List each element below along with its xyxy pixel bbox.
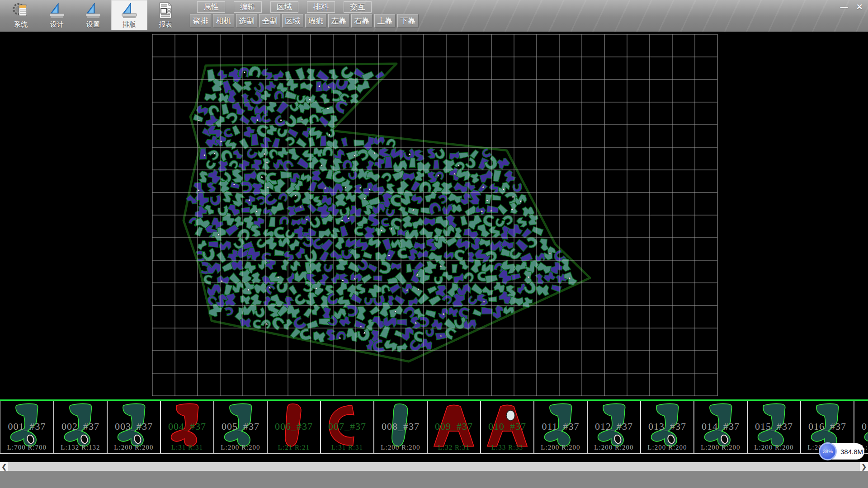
- tool-button-3[interactable]: 选割: [236, 14, 257, 28]
- piece-id: 016_#37: [801, 421, 854, 432]
- piece-thumbnail-7[interactable]: 007_#37L:31 R:31: [320, 401, 373, 453]
- piece-lr-count: L:200 R:200: [214, 444, 267, 451]
- menu-button-5[interactable]: 交互: [344, 1, 372, 13]
- piece-thumbnail-2[interactable]: 002_#37L:132 R:132: [53, 401, 107, 453]
- close-button[interactable]: ✕: [853, 1, 866, 13]
- main-tab-label: 报表: [159, 20, 172, 29]
- window-controls: — ✕: [837, 1, 866, 13]
- piece-lr-count: L:33 R:33: [481, 444, 533, 451]
- ruler-icon: [120, 1, 138, 19]
- piece-thumbnail-6[interactable]: 006_#37L:21 R:21: [267, 401, 320, 453]
- piece-lr-count: L:200 R:200: [641, 444, 693, 451]
- piece-lr-count: L:21 R:21: [268, 444, 320, 451]
- main-tab-label: 设计: [50, 20, 64, 29]
- memory-usage-badge: 38% 384.8M: [820, 443, 864, 460]
- menu-button-2[interactable]: 编辑: [234, 1, 262, 13]
- tool-button-5[interactable]: 区域: [282, 14, 303, 28]
- piece-lr-count: L:200 R:200: [374, 444, 427, 451]
- report-icon: [156, 1, 175, 19]
- piece-id: 009_#37: [428, 421, 480, 432]
- piece-thumbnail-13[interactable]: 013_#37L:200 R:200: [640, 401, 693, 453]
- piece-thumbnail-9[interactable]: 009_#37L:32 R:31: [427, 401, 480, 453]
- piece-lr-count: L:200 R:200: [694, 444, 747, 451]
- piece-lr-count: L:700 R:700: [0, 444, 53, 451]
- piece-id: 006_#37: [268, 421, 320, 432]
- memory-value: 384.8M: [840, 448, 863, 455]
- piece-lr-count: L:32 R:31: [428, 444, 480, 451]
- main-tab-1[interactable]: 系统: [3, 0, 39, 30]
- piece-id: 017_#37: [854, 421, 868, 432]
- piece-thumbnail-4[interactable]: 004_#37L:31 R:31: [160, 401, 213, 453]
- piece-id: 007_#37: [321, 421, 373, 432]
- piece-id: 012_#37: [588, 421, 640, 432]
- main-tab-label: 排版: [123, 20, 136, 29]
- piece-thumbnail-8[interactable]: 008_#37L:200 R:200: [373, 401, 427, 453]
- ruler-icon: [84, 1, 102, 19]
- piece-id: 004_#37: [161, 421, 213, 432]
- nesting-canvas[interactable]: [0, 32, 868, 399]
- piece-lr-count: L:200 R:200: [588, 444, 640, 451]
- scroll-left-button[interactable]: ❮: [0, 462, 8, 471]
- piece-id: 010_#37: [481, 421, 533, 432]
- piece-thumbnail-14[interactable]: 014_#37L:200 R:200: [693, 401, 747, 453]
- main-tab-3[interactable]: 设置: [75, 0, 111, 30]
- piece-id: 013_#37: [641, 421, 693, 432]
- toolbar-texture: [353, 0, 868, 32]
- status-bar: [0, 471, 868, 488]
- piece-lr-count: L:31 R:31: [161, 444, 213, 451]
- piece-thumbnail-strip: 001_#37L:700 R:700002_#37L:132 R:132003_…: [0, 399, 868, 454]
- app-window: 系统设计设置排版报表 属性编辑区域排料交互 聚排相机选割全割区域瑕疵左靠右靠上靠…: [0, 0, 868, 488]
- menu-row-secondary: 聚排相机选割全割区域瑕疵左靠右靠上靠下靠: [190, 14, 420, 28]
- menu-button-4[interactable]: 排料: [307, 1, 335, 13]
- tool-button-2[interactable]: 相机: [213, 14, 234, 28]
- piece-thumbnail-1[interactable]: 001_#37L:700 R:700: [0, 401, 53, 453]
- piece-lr-count: L:132 R:132: [54, 444, 107, 451]
- scroll-right-button[interactable]: ❯: [860, 462, 868, 471]
- main-tab-2[interactable]: 设计: [39, 0, 75, 30]
- menu-row-primary: 属性编辑区域排料交互: [197, 1, 380, 13]
- piece-id: 011_#37: [534, 421, 587, 432]
- piece-id: 008_#37: [374, 421, 427, 432]
- piece-id: 015_#37: [748, 421, 800, 432]
- tool-button-1[interactable]: 聚排: [190, 14, 211, 28]
- menu-button-1[interactable]: 属性: [197, 1, 225, 13]
- main-tab-label: 系统: [14, 20, 28, 29]
- ruler-icon: [48, 1, 66, 19]
- piece-lr-count: L:200 R:200: [534, 444, 587, 451]
- piece-lr-count: L:200 R:200: [748, 444, 800, 451]
- horizontal-scrollbar[interactable]: ❮ ❯: [0, 462, 868, 471]
- gear-icon: [12, 1, 30, 19]
- nesting-canvas-svg: [0, 32, 868, 399]
- tool-button-4[interactable]: 全割: [259, 14, 280, 28]
- piece-id: 014_#37: [694, 421, 747, 432]
- piece-id: 005_#37: [214, 421, 267, 432]
- piece-id: 001_#37: [0, 421, 53, 432]
- main-icon-bar: 系统设计设置排版报表: [3, 0, 184, 32]
- tool-button-7[interactable]: 左靠: [328, 14, 349, 28]
- main-tab-5[interactable]: 报表: [147, 0, 184, 30]
- tool-button-8[interactable]: 右靠: [351, 14, 373, 28]
- piece-lr-count: L:31 R:31: [321, 444, 373, 451]
- main-tab-4[interactable]: 排版: [111, 0, 147, 30]
- piece-thumbnail-3[interactable]: 003_#37L:200 R:200: [107, 401, 160, 453]
- menu-button-3[interactable]: 区域: [270, 1, 298, 13]
- minimize-button[interactable]: —: [837, 1, 851, 13]
- progress-percent: 38%: [823, 449, 833, 454]
- piece-lr-count: L:200 R:200: [108, 444, 160, 451]
- toolbar: 系统设计设置排版报表 属性编辑区域排料交互 聚排相机选割全割区域瑕疵左靠右靠上靠…: [0, 0, 868, 32]
- piece-id: 003_#37: [108, 421, 160, 432]
- tool-button-6[interactable]: 瑕疵: [305, 14, 326, 28]
- piece-thumbnail-15[interactable]: 015_#37L:200 R:200: [747, 401, 800, 453]
- main-tab-label: 设置: [86, 20, 100, 29]
- piece-thumbnail-10[interactable]: 010_#37L:33 R:33: [480, 401, 533, 453]
- piece-id: 002_#37: [54, 421, 107, 432]
- tool-button-10[interactable]: 下靠: [397, 14, 419, 28]
- progress-circle: 38%: [819, 442, 837, 460]
- tool-button-9[interactable]: 上靠: [374, 14, 396, 28]
- piece-thumbnail-11[interactable]: 011_#37L:200 R:200: [533, 401, 587, 453]
- piece-thumbnail-5[interactable]: 005_#37L:200 R:200: [213, 401, 267, 453]
- piece-thumbnail-12[interactable]: 012_#37L:200 R:200: [587, 401, 640, 453]
